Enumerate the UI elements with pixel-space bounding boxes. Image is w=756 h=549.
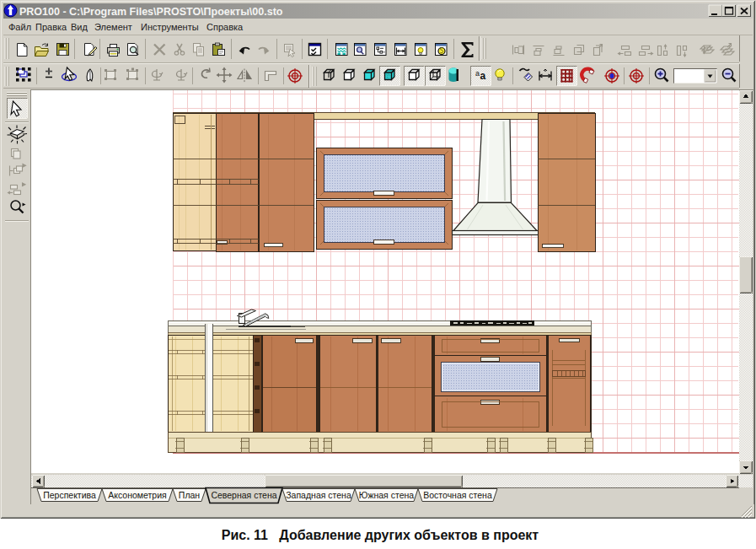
svg-text:Файл: Файл bbox=[8, 22, 31, 32]
svg-text:Инструменты: Инструменты bbox=[141, 22, 199, 32]
svg-text:Аксонометрия: Аксонометрия bbox=[108, 490, 166, 500]
svg-text:Северная стена: Северная стена bbox=[211, 490, 276, 500]
svg-text:Правка: Правка bbox=[35, 22, 67, 32]
svg-text:a: a bbox=[475, 69, 480, 78]
svg-text:Рис. 11 Добавление других об: Рис. 11 Добавление других объектов в про… bbox=[222, 528, 539, 542]
svg-text:Перспектива: Перспектива bbox=[43, 490, 96, 500]
svg-text:PRO100 - C:\Program Files\PROS: PRO100 - C:\Program Files\PROSTO\Проекты… bbox=[19, 6, 283, 18]
svg-text:a: a bbox=[480, 70, 486, 82]
svg-text:Южная стена: Южная стена bbox=[359, 490, 414, 500]
svg-text:Восточная стена: Восточная стена bbox=[423, 490, 492, 500]
svg-text:Западная стена: Западная стена bbox=[286, 490, 351, 500]
svg-text:План: План bbox=[179, 490, 201, 500]
svg-text:Элемент: Элемент bbox=[94, 22, 132, 32]
svg-text:Справка: Справка bbox=[206, 22, 244, 32]
svg-text:Вид: Вид bbox=[71, 22, 88, 32]
